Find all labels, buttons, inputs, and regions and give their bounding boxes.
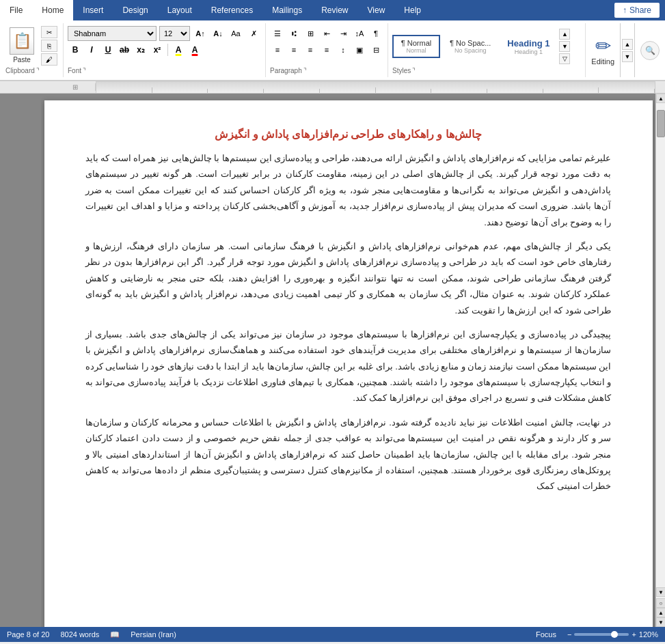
paste-icon: 📋: [10, 27, 34, 55]
separator-1: [167, 44, 168, 56]
clipboard-expand-icon[interactable]: ⌝: [36, 67, 40, 74]
share-button[interactable]: ↑ Share: [614, 3, 660, 18]
format-painter-button[interactable]: 🖌: [41, 53, 57, 66]
underline-button[interactable]: U: [100, 42, 116, 57]
scroll-up-button[interactable]: ▲: [656, 94, 665, 103]
tab-view[interactable]: View: [358, 0, 395, 20]
borders-button[interactable]: ⊟: [368, 42, 383, 57]
styles-label: Styles: [392, 67, 411, 74]
font-group: Shabnam 12 A↑ A↓ Aa ✗ B I U ab x₂ x² A A: [64, 23, 266, 77]
document-scroll-area[interactable]: چالش‌ها و راهکارهای طراحی نرم‌افزارهای پ…: [41, 94, 655, 627]
style-normal[interactable]: ¶ Normal Normal: [392, 35, 440, 58]
font-shrink-button[interactable]: A↓: [211, 26, 226, 41]
multilevel-list-button[interactable]: ⊞: [303, 26, 318, 41]
tab-design[interactable]: Design: [113, 0, 157, 20]
ruler-area: ⊞: [0, 81, 665, 94]
align-center-button[interactable]: ≡: [286, 42, 301, 57]
ribbon-scroll-up[interactable]: ▲: [622, 39, 633, 50]
sort-button[interactable]: ↕A: [352, 26, 367, 41]
paragraph-expand-icon[interactable]: ⌝: [303, 67, 307, 74]
cut-button[interactable]: ✂: [41, 26, 57, 38]
font-color-button[interactable]: A: [187, 42, 202, 57]
words-info: 8024 words: [60, 630, 99, 639]
paragraph-group: ☰ ⑆ ⊞ ⇤ ⇥ ↕A ¶ ≡ ≡ ≡ ≡ ↕ ▣ ⊟ Paragraph ⌝: [266, 23, 388, 77]
text-highlight-button[interactable]: A: [171, 42, 186, 57]
paste-label: Paste: [13, 56, 31, 64]
focus-label[interactable]: Focus: [536, 630, 556, 639]
zoom-thumb: [611, 631, 618, 638]
font-expand-icon[interactable]: ⌝: [83, 67, 86, 74]
tab-help[interactable]: Help: [394, 0, 431, 20]
styles-scroll-down[interactable]: ▼: [559, 41, 570, 52]
superscript-button[interactable]: x²: [150, 42, 165, 57]
zoom-level[interactable]: 120%: [639, 630, 658, 639]
style-heading1[interactable]: Heading 1 Heading 1: [500, 34, 556, 59]
font-grow-button[interactable]: A↑: [193, 26, 208, 41]
tab-layout[interactable]: Layout: [158, 0, 202, 20]
horizontal-ruler: [96, 81, 655, 94]
status-right: Focus − + 120%: [536, 630, 658, 639]
document-page: چالش‌ها و راهکارهای طراحی نرم‌افزارهای پ…: [44, 100, 653, 627]
align-right-button[interactable]: ≡: [303, 42, 318, 57]
bold-button[interactable]: B: [68, 42, 83, 57]
zoom-out-button[interactable]: −: [567, 630, 571, 639]
styles-expand-icon[interactable]: ⌝: [412, 67, 416, 74]
font-name-select[interactable]: Shabnam: [68, 26, 157, 41]
paragraph-4[interactable]: در نهایت، چالش امنیت اطلاعات نیز نباید ن…: [85, 415, 612, 494]
strikethrough-button[interactable]: ab: [117, 42, 132, 57]
font-label: Font: [68, 67, 81, 74]
justify-button[interactable]: ≡: [319, 42, 334, 57]
zoom-slider[interactable]: [574, 633, 629, 636]
clear-formatting-button[interactable]: ✗: [246, 26, 261, 41]
share-icon: ↑: [623, 5, 627, 15]
scroll-thumb[interactable]: [657, 110, 665, 137]
subscript-button[interactable]: x₂: [133, 42, 148, 57]
previous-page-button[interactable]: ▲: [656, 608, 665, 617]
status-bar: Page 8 of 20 8024 words 📖 Persian (Iran)…: [0, 627, 665, 642]
language-info: Persian (Iran): [131, 630, 176, 639]
editing-label: Editing: [591, 57, 614, 66]
styles-expand[interactable]: ▽: [559, 53, 570, 64]
numbering-button[interactable]: ⑆: [286, 26, 301, 41]
editing-icon: ✏: [595, 35, 611, 57]
styles-scroll-up[interactable]: ▲: [559, 29, 570, 40]
tab-file[interactable]: File: [0, 0, 32, 20]
shading-button[interactable]: ▣: [352, 42, 367, 57]
paragraph-label: Paragraph: [270, 67, 302, 74]
scroll-track[interactable]: [656, 103, 665, 587]
ribbon-scroll-down[interactable]: ▼: [622, 51, 633, 62]
next-page-button[interactable]: ▼: [656, 617, 665, 627]
ruler-corner: ⊞: [55, 83, 96, 91]
show-marks-button[interactable]: ¶: [368, 26, 383, 41]
paragraph-3[interactable]: پیچیدگی در پیاده‌سازی و یکپارچه‌سازی این…: [85, 326, 612, 406]
style-no-spacing[interactable]: ¶ No Spac... No Spacing: [443, 35, 498, 58]
zoom-in-button[interactable]: +: [632, 630, 636, 639]
tab-insert[interactable]: Insert: [73, 0, 113, 20]
clipboard-label: Clipboard: [5, 67, 35, 74]
left-margin: [0, 94, 41, 627]
search-area: 🔍: [634, 23, 665, 77]
align-left-button[interactable]: ≡: [270, 42, 285, 57]
document-title: چالش‌ها و راهکارهای طراحی نرم‌افزارهای پ…: [85, 128, 612, 141]
bullets-button[interactable]: ☰: [270, 26, 285, 41]
styles-scroll: ▲ ▼ ▽: [559, 29, 570, 64]
tab-mailings[interactable]: Mailings: [262, 0, 312, 20]
tab-review[interactable]: Review: [312, 0, 357, 20]
scroll-down-button[interactable]: ▼: [656, 587, 665, 597]
decrease-indent-button[interactable]: ⇤: [319, 26, 334, 41]
copy-button[interactable]: ⎘: [41, 40, 57, 52]
paragraph-2[interactable]: یکی دیگر از چالش‌های مهم، عدم هم‌خوانی ن…: [85, 238, 612, 318]
line-spacing-button[interactable]: ↕: [336, 42, 351, 57]
font-case-button[interactable]: Aa: [228, 26, 243, 41]
search-button[interactable]: 🔍: [640, 41, 660, 60]
italic-button[interactable]: I: [84, 42, 99, 57]
main-area: چالش‌ها و راهکارهای طراحی نرم‌افزارهای پ…: [0, 94, 665, 627]
paragraph-1[interactable]: علیرغم تمامی مزایایی که نرم‌افزارهای پاد…: [85, 150, 612, 230]
tab-references[interactable]: References: [202, 0, 262, 20]
vertical-scrollbar[interactable]: ▲ ▼ ○ ▲ ▼: [655, 94, 665, 627]
tab-home[interactable]: Home: [32, 0, 73, 20]
font-size-select[interactable]: 12: [159, 26, 190, 41]
paste-button[interactable]: 📋 Paste: [5, 26, 38, 66]
scroll-select-browse-button[interactable]: ○: [656, 598, 665, 608]
increase-indent-button[interactable]: ⇥: [336, 26, 351, 41]
